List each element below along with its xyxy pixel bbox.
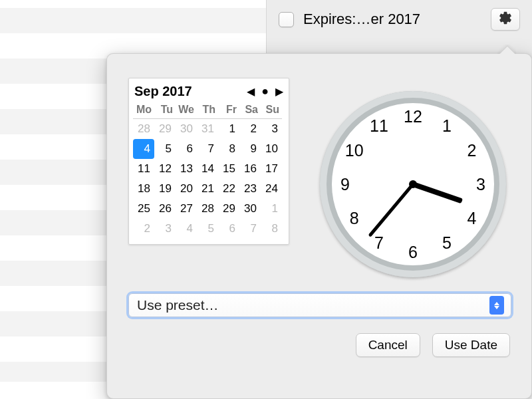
clock-number: 5	[436, 233, 458, 253]
calendar-day[interactable]: 5	[154, 139, 176, 159]
calendar-day[interactable]: 20	[176, 179, 197, 199]
calendar-header: Sep 2017 ◀ ● ▶	[133, 82, 285, 102]
calendar-today-icon[interactable]: ●	[261, 85, 269, 97]
calendar-day[interactable]: 21	[197, 179, 218, 199]
calendar-day[interactable]: 7	[239, 219, 261, 239]
calendar-day[interactable]: 1	[218, 119, 239, 139]
calendar-weekday: Fr	[218, 102, 239, 119]
calendar-weekday: Su	[261, 102, 282, 119]
clock-hour-hand	[412, 182, 463, 203]
cancel-button[interactable]: Cancel	[356, 333, 420, 357]
settings-button[interactable]	[491, 8, 520, 31]
calendar-day[interactable]: 6	[218, 219, 239, 239]
preset-dropdown[interactable]: Use preset…	[128, 293, 511, 317]
calendar-day[interactable]: 29	[154, 119, 176, 139]
gear-icon	[498, 11, 513, 28]
calendar-day[interactable]: 28	[133, 119, 154, 139]
expires-checkbox[interactable]	[279, 12, 294, 27]
clock-number: 1	[436, 116, 458, 135]
calendar-prev-icon[interactable]: ◀	[247, 86, 255, 97]
calendar-weekday: Mo	[133, 102, 154, 119]
preset-label: Use preset…	[137, 297, 219, 313]
dropdown-stepper-icon	[489, 296, 504, 315]
calendar-weekday: Sa	[239, 102, 261, 119]
calendar-weekday: We	[176, 102, 197, 119]
calendar-day[interactable]: 5	[197, 219, 218, 239]
clock-number: 7	[368, 233, 390, 253]
calendar-day[interactable]: 25	[133, 199, 154, 219]
calendar-weekday: Tu	[154, 102, 176, 119]
calendar-day[interactable]: 19	[154, 179, 176, 199]
clock-number: 4	[461, 209, 482, 228]
calendar-day[interactable]: 18	[133, 179, 154, 199]
clock-number: 2	[461, 141, 482, 160]
calendar-day[interactable]: 30	[176, 119, 197, 139]
calendar-day[interactable]: 2	[133, 219, 154, 239]
use-date-button[interactable]: Use Date	[432, 333, 510, 357]
calendar-weekday: Th	[197, 102, 218, 119]
clock-number: 8	[344, 209, 365, 228]
clock-number: 6	[402, 243, 424, 262]
calendar-nav: ◀ ● ▶	[247, 86, 283, 98]
clock-minute-hand	[368, 183, 414, 237]
calendar-day[interactable]: 8	[218, 139, 239, 159]
calendar-grid: MoTuWeThFrSaSu28293031123456789101112131…	[133, 102, 285, 239]
calendar-day[interactable]: 3	[261, 119, 282, 139]
calendar-day[interactable]: 8	[261, 219, 282, 239]
calendar-day[interactable]: 3	[154, 219, 176, 239]
clock-center-dot	[409, 180, 417, 188]
clock-number: 3	[470, 175, 491, 194]
calendar-day[interactable]: 16	[239, 159, 261, 179]
calendar-day[interactable]: 4	[133, 139, 154, 159]
calendar-day[interactable]: 29	[218, 199, 239, 219]
top-panel: Expires:…er 2017	[266, 0, 532, 59]
clock-number: 10	[344, 141, 365, 160]
clock-number: 11	[368, 116, 390, 135]
calendar-day[interactable]: 31	[197, 119, 218, 139]
calendar-day[interactable]: 7	[197, 139, 218, 159]
calendar-day[interactable]: 15	[218, 159, 239, 179]
calendar-next-icon[interactable]: ▶	[275, 86, 283, 97]
calendar-day[interactable]: 17	[261, 159, 282, 179]
calendar-day[interactable]: 12	[154, 159, 176, 179]
expires-row: Expires:…er 2017	[279, 11, 520, 28]
clock-number: 9	[334, 175, 356, 194]
date-time-popover: Sep 2017 ◀ ● ▶ MoTuWeThFrSaSu28293031123…	[106, 53, 532, 399]
calendar-day[interactable]: 9	[239, 139, 261, 159]
calendar-day[interactable]: 1	[261, 199, 282, 219]
clock-face: 121234567891011	[320, 91, 506, 277]
calendar-day[interactable]: 26	[154, 199, 176, 219]
calendar-title: Sep 2017	[134, 84, 192, 99]
calendar-day[interactable]: 23	[239, 179, 261, 199]
calendar-day[interactable]: 14	[197, 159, 218, 179]
clock[interactable]: 121234567891011	[320, 91, 506, 277]
clock-number: 12	[402, 107, 424, 126]
calendar: Sep 2017 ◀ ● ▶ MoTuWeThFrSaSu28293031123…	[128, 78, 289, 245]
calendar-day[interactable]: 24	[261, 179, 282, 199]
expires-label: Expires:…er 2017	[303, 11, 420, 28]
calendar-day[interactable]: 22	[218, 179, 239, 199]
calendar-day[interactable]: 13	[176, 159, 197, 179]
calendar-day[interactable]: 6	[176, 139, 197, 159]
calendar-day[interactable]: 11	[133, 159, 154, 179]
popover-arrow	[497, 45, 516, 54]
button-row: Cancel Use Date	[356, 333, 510, 357]
calendar-day[interactable]: 28	[197, 199, 218, 219]
calendar-day[interactable]: 27	[176, 199, 197, 219]
calendar-day[interactable]: 2	[239, 119, 261, 139]
calendar-day[interactable]: 30	[239, 199, 261, 219]
calendar-day[interactable]: 4	[176, 219, 197, 239]
calendar-day[interactable]: 10	[261, 139, 282, 159]
